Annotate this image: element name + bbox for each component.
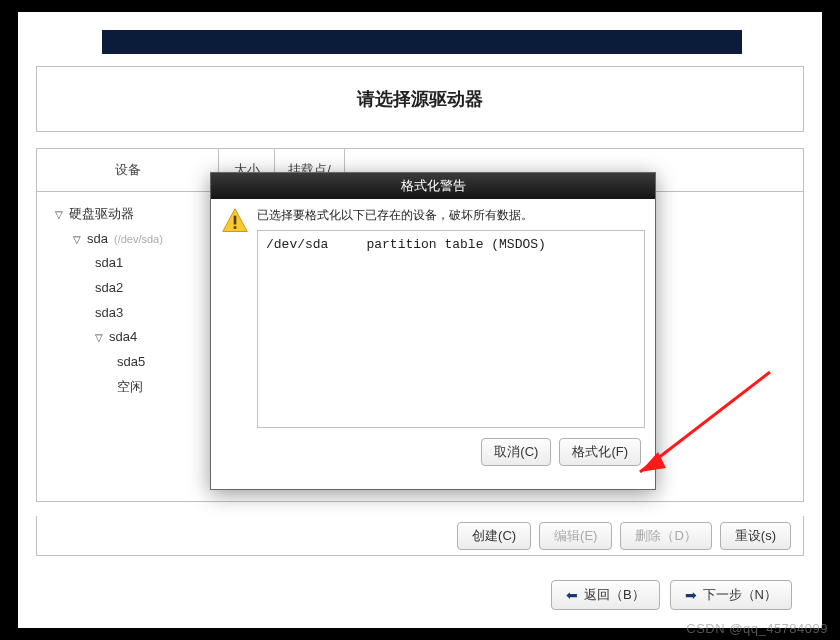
tree-label: sda2 <box>95 276 123 301</box>
back-button[interactable]: ⬅ 返回（B） <box>551 580 660 610</box>
arrow-right-icon: ➡ <box>685 587 697 603</box>
arrow-left-icon: ⬅ <box>566 587 578 603</box>
warning-icon <box>221 207 249 235</box>
format-button[interactable]: 格式化(F) <box>559 438 641 466</box>
create-button[interactable]: 创建(C) <box>457 522 531 550</box>
installer-window: 请选择源驱动器 设备 大小 挂载点/ ▽ 硬盘驱动器 ▽ sda (/dev/s… <box>18 12 822 628</box>
tree-label: sda1 <box>95 251 123 276</box>
reset-button[interactable]: 重设(s) <box>720 522 791 550</box>
device-path: (/dev/sda) <box>114 229 163 250</box>
delete-button: 删除（D） <box>620 522 711 550</box>
tree-label: sda <box>87 227 108 252</box>
device-desc: partition table (MSDOS) <box>366 237 545 252</box>
dialog-body: 已选择要格式化以下已存在的设备，破坏所有数据。 /dev/sda partiti… <box>211 199 655 438</box>
tree-label: 硬盘驱动器 <box>69 202 134 227</box>
nav-button-row: ⬅ 返回（B） ➡ 下一步（N） <box>36 580 804 610</box>
svg-rect-2 <box>234 226 237 229</box>
next-button[interactable]: ➡ 下一步（N） <box>670 580 792 610</box>
cancel-button[interactable]: 取消(C) <box>481 438 551 466</box>
dialog-message: 已选择要格式化以下已存在的设备，破坏所有数据。 <box>257 207 645 224</box>
dialog-footer: 取消(C) 格式化(F) <box>211 438 655 478</box>
progress-bar <box>102 30 742 54</box>
device-name: /dev/sda <box>266 237 328 252</box>
svg-rect-1 <box>234 216 237 225</box>
format-warning-dialog: 格式化警告 已选择要格式化以下已存在的设备，破坏所有数据。 /dev/sda p… <box>210 172 656 490</box>
title-box: 请选择源驱动器 <box>36 66 804 132</box>
tree-label: sda5 <box>117 350 145 375</box>
edit-button: 编辑(E) <box>539 522 612 550</box>
tree-label: sda4 <box>109 325 137 350</box>
page-title: 请选择源驱动器 <box>357 87 483 111</box>
chevron-down-icon: ▽ <box>73 230 81 249</box>
format-device-list: /dev/sda partition table (MSDOS) <box>257 230 645 428</box>
list-item: /dev/sda partition table (MSDOS) <box>266 237 636 252</box>
tree-label: 空闲 <box>117 375 143 400</box>
dialog-content: 已选择要格式化以下已存在的设备，破坏所有数据。 /dev/sda partiti… <box>257 207 645 428</box>
col-device: 设备 <box>37 149 219 191</box>
action-button-row: 创建(C) 编辑(E) 删除（D） 重设(s) <box>36 516 804 556</box>
next-label: 下一步（N） <box>703 586 777 604</box>
tree-label: sda3 <box>95 301 123 326</box>
chevron-down-icon: ▽ <box>55 205 63 224</box>
dialog-title: 格式化警告 <box>211 173 655 199</box>
back-label: 返回（B） <box>584 586 645 604</box>
watermark: CSDN @qq_45784099 <box>686 621 828 636</box>
chevron-down-icon: ▽ <box>95 328 103 347</box>
